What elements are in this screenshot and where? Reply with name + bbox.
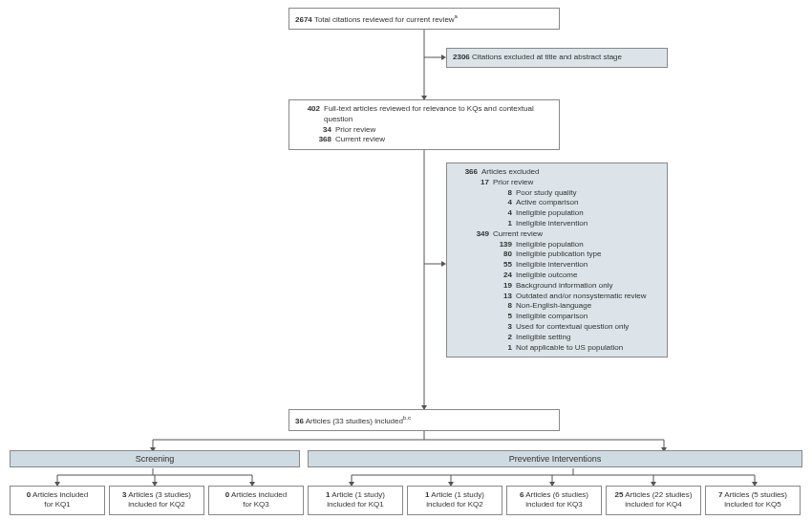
kq-box: 6 Articles (6 studies)included for KQ3 (506, 486, 602, 515)
kq-box: 1 Article (1 study)included for KQ1 (308, 486, 403, 515)
excluded-reason-row: 8Poor study quality (453, 188, 661, 199)
total-label: Total citations reviewed for current rev… (314, 15, 455, 24)
preventive-label: Preventive Interventions (509, 454, 602, 464)
ft-current-label: Current review (335, 135, 553, 145)
kq-box: 0 Articles includedfor KQ3 (208, 486, 304, 515)
exd-current-label: Current review (493, 229, 661, 240)
excluded-reason-label: Active comparison (516, 198, 661, 208)
excl-ta-n: 2306 (453, 53, 470, 63)
ft-n: 402 (295, 104, 320, 125)
kq-line2: included for KQ5 (724, 500, 781, 509)
kq-line1: Article (1 study) (331, 490, 385, 499)
excluded-reason-label: Ineligible intervention (516, 219, 661, 229)
excluded-reason-label: Ineligible population (516, 208, 661, 219)
excluded-reason-n: 4 (487, 198, 512, 208)
inc-label: Articles (33 studies) included (306, 417, 403, 425)
excluded-reason-row: 1Ineligible intervention (453, 219, 661, 229)
ft-prior-label: Prior review (335, 125, 553, 136)
excluded-reason-label: Ineligible outcome (516, 271, 661, 281)
excluded-reason-row: 4Ineligible population (453, 208, 661, 219)
excluded-reason-row: 2Ineligible setting (453, 333, 661, 343)
excluded-reason-n: 8 (487, 301, 512, 312)
excluded-reason-n: 19 (487, 281, 512, 292)
excluded-reason-row: 19Background information only (453, 281, 661, 292)
preventive-band: Preventive Interventions (308, 450, 802, 467)
excl-ta-label: Citations excluded at title and abstract… (472, 53, 622, 61)
screening-band: Screening (10, 450, 300, 467)
kq-line1: Articles (3 studies) (126, 490, 191, 499)
total-n: 2674 (295, 15, 312, 26)
excluded-reason-label: Poor study quality (516, 188, 661, 199)
kq-line1: Articles included (229, 490, 287, 499)
excluded-reason-label: Ineligible population (516, 240, 661, 250)
included-box: 36 Articles (33 studies) includedb,c (288, 409, 560, 431)
kq-line1: Articles (5 studies) (722, 490, 787, 499)
excluded-reason-label: Background information only (516, 281, 661, 292)
excluded-reason-label: Ineligible intervention (516, 260, 661, 271)
excluded-reason-n: 8 (487, 188, 512, 199)
kq-line1: Articles (6 studies) (524, 490, 588, 499)
kq-line2: included for KQ2 (128, 500, 185, 509)
kq-box: 0 Articles includedfor KQ1 (10, 486, 105, 515)
inc-n: 36 (295, 417, 304, 427)
excluded-reason-label: Ineligible setting (516, 333, 661, 343)
kq-line2: for KQ1 (44, 500, 71, 509)
kq-box: 3 Articles (3 studies)included for KQ2 (109, 486, 204, 515)
kq-line1: Article (1 study) (430, 490, 484, 499)
total-citations-box: 2674 Total citations reviewed for curren… (288, 8, 560, 30)
kq-line2: for KQ3 (243, 500, 269, 509)
kq-box: 7 Articles (5 studies)included for KQ5 (705, 486, 801, 515)
ft-current-n: 368 (312, 135, 331, 145)
excluded-reason-row: 4Active comparison (453, 198, 661, 208)
kq-line1: Articles (22 studies) (623, 490, 692, 499)
excluded-reason-n: 13 (487, 292, 512, 302)
excluded-reason-row: 80Ineligible publication type (453, 249, 661, 260)
excluded-reason-row: 139Ineligible population (453, 240, 661, 250)
exd-prior-label: Prior review (493, 178, 661, 188)
kq-line2: included for KQ2 (426, 500, 483, 509)
exd-current-n: 349 (470, 229, 489, 240)
excluded-reason-row: 13Outdated and/or nonsystematic review (453, 292, 661, 302)
excluded-reason-row: 24Ineligible outcome (453, 271, 661, 281)
kq-line2: included for KQ3 (525, 500, 583, 509)
excluded-reason-n: 24 (487, 271, 512, 281)
exd-prior-n: 17 (470, 178, 489, 188)
total-sup: a (455, 13, 458, 19)
fulltext-box: 402Full-text articles reviewed for relev… (288, 99, 560, 150)
excluded-reason-n: 80 (487, 249, 512, 260)
excluded-reason-label: Used for contextual question only (516, 322, 661, 333)
exd-n: 366 (453, 167, 478, 178)
excluded-reason-label: Ineligible publication type (516, 249, 661, 260)
excluded-detail-box: 366Articles excluded 17Prior review 8Poo… (446, 162, 668, 358)
kq-line2: included for KQ4 (625, 500, 682, 509)
excluded-reason-label: Non-English-language (516, 301, 661, 312)
excluded-reason-n: 3 (487, 322, 512, 333)
kq-box: 1 Article (1 study)included for KQ2 (407, 486, 502, 515)
screening-label: Screening (136, 454, 175, 464)
kq-line2: included for KQ1 (327, 500, 384, 509)
excluded-reason-row: 1Not applicable to US population (453, 343, 661, 354)
excluded-reason-label: Not applicable to US population (516, 343, 661, 354)
excluded-title-abstract-box: 2306 Citations excluded at title and abs… (446, 48, 668, 68)
ft-label: Full-text articles reviewed for relevanc… (324, 104, 553, 125)
excluded-reason-n: 4 (487, 208, 512, 219)
excluded-reason-row: 55Ineligible intervention (453, 260, 661, 271)
excluded-reason-n: 2 (487, 333, 512, 343)
excluded-reason-row: 5Ineligible comparison (453, 312, 661, 322)
excluded-reason-label: Ineligible comparison (516, 312, 661, 322)
kq-line1: Articles included (31, 490, 88, 499)
excluded-reason-n: 1 (487, 343, 512, 354)
excluded-reason-row: 8Non-English-language (453, 301, 661, 312)
exd-label: Articles excluded (481, 167, 661, 178)
excluded-reason-n: 5 (487, 312, 512, 322)
kq-box: 25 Articles (22 studies)included for KQ4 (606, 486, 701, 515)
excluded-reason-n: 55 (487, 260, 512, 271)
inc-sup: b,c (403, 415, 411, 421)
ft-prior-n: 34 (312, 125, 331, 136)
excluded-reason-n: 139 (487, 240, 512, 250)
excluded-reason-n: 1 (487, 219, 512, 229)
excluded-reason-row: 3Used for contextual question only (453, 322, 661, 333)
excluded-reason-label: Outdated and/or nonsystematic review (516, 292, 661, 302)
